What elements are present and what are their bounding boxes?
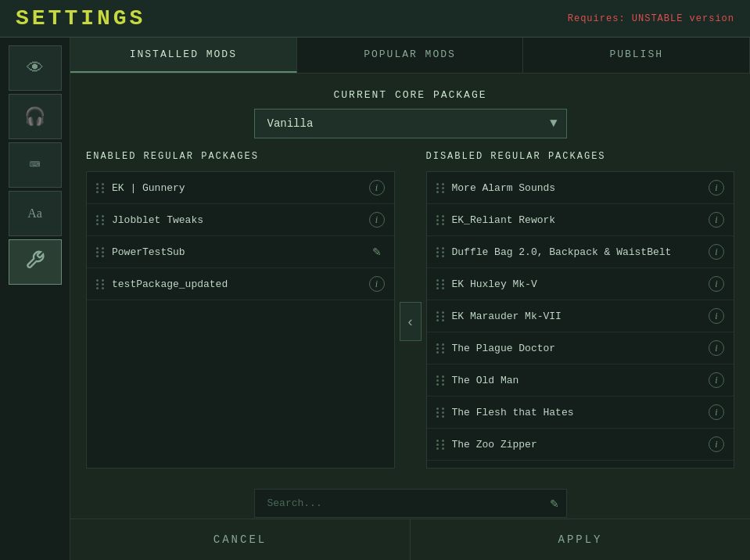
sidebar-icon-eye[interactable]: 👁 bbox=[9, 45, 62, 91]
package-name: PowerTestSub bbox=[112, 246, 363, 258]
disabled-packages-column: DISABLED REGULAR PACKAGES More Alarm Sou… bbox=[426, 151, 735, 468]
list-item[interactable]: Duffle Bag 2.0, Backpack & WaistBelt i bbox=[427, 236, 734, 268]
package-name: Duffle Bag 2.0, Backpack & WaistBelt bbox=[452, 246, 703, 258]
package-name: EK_Reliant Rework bbox=[452, 214, 703, 226]
drag-handle-icon bbox=[436, 375, 446, 386]
package-name: The Flesh that Hates bbox=[452, 407, 703, 418]
move-left-button[interactable]: ‹ bbox=[400, 302, 422, 341]
font-icon: Aa bbox=[27, 206, 42, 221]
main-panel: INSTALLED MODS POPULAR MODS PUBLISH CURR… bbox=[70, 38, 750, 560]
info-button[interactable]: i bbox=[709, 180, 724, 196]
settings-content: CURRENT CORE PACKAGE Vanilla ▼ ENABLED R… bbox=[70, 74, 750, 519]
tabs-bar: INSTALLED MODS POPULAR MODS PUBLISH bbox=[70, 38, 750, 74]
drag-handle-icon bbox=[436, 279, 446, 289]
core-package-wrapper: Vanilla ▼ bbox=[254, 109, 567, 138]
drag-handle-icon bbox=[96, 279, 106, 289]
search-edit-icon[interactable]: ✎ bbox=[550, 497, 559, 510]
cancel-button[interactable]: CANCEL bbox=[70, 519, 411, 560]
core-package-label: CURRENT CORE PACKAGE bbox=[333, 89, 486, 101]
search-area: ✎ bbox=[86, 481, 734, 519]
drag-handle-icon bbox=[436, 407, 446, 418]
info-button[interactable]: i bbox=[709, 212, 724, 228]
drag-handle-icon bbox=[96, 183, 106, 193]
list-item[interactable]: PowerTestSub ✎ bbox=[87, 236, 394, 268]
packages-area: ENABLED REGULAR PACKAGES EK | Gunnery bbox=[86, 151, 734, 468]
sidebar-icon-keyboard[interactable]: ⌨ bbox=[9, 142, 62, 188]
core-package-section: CURRENT CORE PACKAGE Vanilla ▼ bbox=[86, 89, 734, 138]
keyboard-icon: ⌨ bbox=[30, 155, 40, 176]
info-button[interactable]: i bbox=[709, 436, 724, 452]
info-button[interactable]: i bbox=[709, 308, 724, 324]
drag-handle-icon bbox=[96, 215, 106, 225]
column-arrow: ‹ bbox=[395, 302, 426, 341]
version-badge: Requires: UNSTABLE version bbox=[568, 13, 734, 24]
tab-popular-mods[interactable]: POPULAR MODS bbox=[297, 38, 524, 73]
package-name: Jlobblet Tweaks bbox=[112, 214, 363, 226]
apply-button[interactable]: APPLY bbox=[411, 519, 750, 560]
package-name: The Old Man bbox=[452, 375, 703, 386]
package-name: The Zoo Zipper bbox=[452, 439, 703, 451]
list-item[interactable]: The Old Man i bbox=[427, 364, 734, 397]
enabled-packages-list[interactable]: EK | Gunnery i Jlobblet Tweaks bbox=[86, 171, 395, 468]
tab-installed-mods[interactable]: INSTALLED MODS bbox=[70, 38, 297, 73]
edit-button[interactable]: ✎ bbox=[369, 244, 385, 260]
package-name: More Alarm Sounds bbox=[452, 182, 703, 194]
list-item[interactable]: MineTorpedo i bbox=[427, 461, 734, 468]
sidebar-icon-mods[interactable] bbox=[9, 239, 62, 285]
sidebar: 👁 🎧 ⌨ Aa bbox=[0, 38, 70, 560]
info-button[interactable]: i bbox=[709, 244, 724, 260]
list-item[interactable]: The Plague Doctor i bbox=[427, 332, 734, 364]
list-item[interactable]: EK Huxley Mk-V i bbox=[427, 268, 734, 300]
eye-icon: 👁 bbox=[27, 58, 44, 79]
disabled-packages-header: DISABLED REGULAR PACKAGES bbox=[426, 151, 735, 165]
sidebar-icon-font[interactable]: Aa bbox=[9, 191, 62, 236]
info-button[interactable]: i bbox=[709, 372, 724, 388]
list-item[interactable]: EK Marauder Mk-VII i bbox=[427, 300, 734, 332]
drag-handle-icon bbox=[436, 215, 446, 225]
drag-handle-icon bbox=[436, 343, 446, 354]
tab-publish[interactable]: PUBLISH bbox=[523, 38, 750, 73]
drag-handle-icon bbox=[436, 440, 446, 450]
enabled-packages-header: ENABLED REGULAR PACKAGES bbox=[86, 151, 395, 165]
package-name: EK Huxley Mk-V bbox=[452, 278, 703, 290]
list-item[interactable]: More Alarm Sounds i bbox=[427, 172, 734, 204]
disabled-packages-list[interactable]: More Alarm Sounds i EK_Reliant Rework bbox=[426, 171, 735, 468]
enabled-packages-column: ENABLED REGULAR PACKAGES EK | Gunnery bbox=[86, 151, 395, 468]
package-name: EK Marauder Mk-VII bbox=[452, 311, 703, 322]
info-button[interactable]: i bbox=[369, 212, 385, 228]
drag-handle-icon bbox=[96, 247, 106, 257]
drag-handle-icon bbox=[436, 247, 446, 257]
info-button[interactable]: i bbox=[709, 340, 724, 356]
drag-handle-icon bbox=[436, 183, 446, 193]
search-input[interactable] bbox=[254, 489, 567, 518]
list-item[interactable]: The Flesh that Hates i bbox=[427, 397, 734, 429]
list-item[interactable]: Jlobblet Tweaks i bbox=[87, 204, 394, 236]
headphones-icon: 🎧 bbox=[24, 106, 45, 127]
info-button[interactable]: i bbox=[369, 180, 385, 196]
package-name: testPackage_updated bbox=[112, 278, 363, 290]
package-name: EK | Gunnery bbox=[112, 182, 363, 194]
search-wrapper: ✎ bbox=[254, 489, 567, 518]
package-name: The Plague Doctor bbox=[452, 343, 703, 354]
list-item[interactable]: testPackage_updated i bbox=[87, 268, 394, 300]
drag-handle-icon bbox=[436, 311, 446, 321]
info-button[interactable]: i bbox=[709, 276, 724, 292]
sidebar-icon-headphones[interactable]: 🎧 bbox=[9, 94, 62, 139]
core-package-select[interactable]: Vanilla bbox=[254, 109, 567, 138]
puzzle-icon bbox=[24, 249, 46, 276]
info-button[interactable]: i bbox=[369, 276, 385, 292]
list-item[interactable]: EK_Reliant Rework i bbox=[427, 204, 734, 236]
page-title: SETTINGS bbox=[16, 6, 145, 31]
list-item[interactable]: The Zoo Zipper i bbox=[427, 429, 734, 461]
list-item[interactable]: EK | Gunnery i bbox=[87, 172, 394, 204]
info-button[interactable]: i bbox=[709, 404, 724, 420]
footer: CANCEL APPLY bbox=[70, 519, 750, 560]
